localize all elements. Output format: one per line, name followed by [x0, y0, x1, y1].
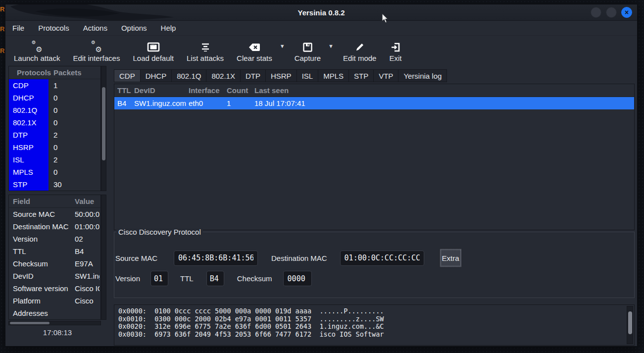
- tab-8021q[interactable]: 802.1Q: [172, 69, 206, 82]
- load-default-button[interactable]: Load default: [126, 42, 180, 62]
- clear-stats-dropdown-arrow-icon[interactable]: ▼: [280, 43, 285, 49]
- fields-table-header: Field Value: [9, 195, 100, 208]
- fields-vertical-scrollbar[interactable]: [101, 195, 106, 320]
- protocols-table-header: Protocols Packets: [9, 66, 100, 79]
- protocol-row-8021x[interactable]: 802.1X0: [9, 116, 100, 129]
- protocols-column-header[interactable]: Protocols: [9, 68, 49, 77]
- destination-mac-input[interactable]: [340, 251, 424, 266]
- menu-protocols[interactable]: Protocols: [38, 24, 69, 32]
- tab-stp[interactable]: STP: [349, 69, 374, 82]
- protocol-row-isl[interactable]: ISL2: [9, 153, 100, 166]
- field-row[interactable]: Destination MAC01:00:0: [9, 220, 100, 233]
- fields-horizontal-scrollbar[interactable]: [8, 321, 101, 325]
- launch-attack-label: Launch attack: [14, 54, 60, 62]
- capture-button[interactable]: Capture: [288, 42, 327, 62]
- tab-vtp[interactable]: VTP: [374, 69, 398, 82]
- edit-interfaces-label: Edit interfaces: [73, 54, 120, 62]
- hex-scrollbar-thumb[interactable]: [628, 311, 632, 334]
- capture-dropdown-arrow-icon[interactable]: ▼: [328, 43, 334, 49]
- status-time: 17:08:13: [8, 328, 106, 337]
- menu-file[interactable]: File: [12, 24, 24, 32]
- protocol-row-8021q[interactable]: 802.1Q0: [9, 104, 100, 116]
- tab-yersinia-log[interactable]: Yersinia log: [398, 69, 447, 82]
- checksum-input[interactable]: [283, 271, 312, 286]
- tab-8021x[interactable]: 802.1X: [206, 69, 241, 82]
- version-input[interactable]: [150, 271, 168, 286]
- menu-actions[interactable]: Actions: [83, 24, 107, 32]
- menubar: File Protocols Actions Options Help: [5, 21, 637, 36]
- field-row[interactable]: Version02: [9, 233, 100, 245]
- edit-mode-button[interactable]: Edit mode: [337, 42, 383, 62]
- field-row[interactable]: Source MAC50:00:0: [9, 208, 100, 220]
- minimize-button[interactable]: [591, 7, 601, 18]
- cdp-groupbox-legend: Cisco Discovery Protocol: [116, 228, 203, 236]
- titlebar[interactable]: Yersinia 0.8.2 ×: [5, 4, 637, 21]
- field-row[interactable]: TTLB4: [9, 245, 100, 257]
- field-row[interactable]: ChecksumE97A: [9, 257, 100, 270]
- protocol-row-hsrp[interactable]: HSRP0: [9, 141, 100, 153]
- protocol-row-dhcp[interactable]: DHCP0: [9, 92, 100, 104]
- last-seen-column-header[interactable]: Last seen: [254, 86, 634, 95]
- tab-hsrp[interactable]: HSRP: [266, 69, 297, 82]
- ttl-input[interactable]: [206, 271, 224, 286]
- tab-dtp[interactable]: DTP: [241, 69, 266, 82]
- close-icon: ×: [625, 8, 629, 16]
- packet-table: TTL DevID Interface Count Last seen B4 S…: [114, 84, 635, 230]
- ethernet-icon: [147, 42, 160, 52]
- close-button[interactable]: ×: [621, 7, 632, 18]
- tab-mpls[interactable]: MPLS: [318, 69, 349, 82]
- packet-row-selected[interactable]: B4 SW1.inguz.com eth0 1 18 Jul 17:07:41: [114, 97, 634, 109]
- clear-stats-label: Clear stats: [237, 54, 272, 62]
- protocols-scrollbar[interactable]: [101, 66, 106, 191]
- ttl-column-header[interactable]: TTL: [114, 86, 134, 95]
- gears-icon: ⚙⚙: [91, 42, 102, 52]
- source-mac-label: Source MAC: [115, 254, 157, 262]
- edit-mode-label: Edit mode: [343, 54, 377, 62]
- protocols-table: Protocols Packets CDP1 DHCP0 802.1Q0 802…: [8, 66, 101, 191]
- tab-isl[interactable]: ISL: [297, 69, 319, 82]
- field-row[interactable]: Addresses: [9, 307, 100, 319]
- fields-horizontal-scrollbar-thumb[interactable]: [10, 322, 50, 324]
- field-row[interactable]: Software versionCisco IO: [9, 282, 100, 295]
- hex-line: 0x0020: 312e 696e 6775 7a2e 636f 6d00 05…: [118, 323, 634, 331]
- tab-cdp[interactable]: CDP: [114, 69, 141, 82]
- interface-column-header[interactable]: Interface: [189, 86, 227, 95]
- window-title: Yersinia 0.8.2: [5, 4, 637, 21]
- hex-dump-view[interactable]: 0x0000: 0100 0ccc cccc 5000 000a 0000 01…: [114, 304, 635, 346]
- menu-help[interactable]: Help: [161, 24, 176, 32]
- tab-dhcp[interactable]: DHCP: [141, 69, 172, 82]
- exit-button[interactable]: Exit: [383, 42, 408, 62]
- field-row[interactable]: DevIDSW1.ing: [9, 270, 100, 282]
- clear-stats-button[interactable]: Clear stats: [230, 42, 279, 62]
- list-icon: [200, 42, 210, 52]
- devid-column-header[interactable]: DevID: [134, 86, 189, 95]
- packet-table-header: TTL DevID Interface Count Last seen: [114, 84, 634, 97]
- protocol-row-cdp[interactable]: CDP1: [9, 79, 100, 92]
- protocol-row-dtp[interactable]: DTP2: [9, 129, 100, 141]
- load-default-label: Load default: [133, 54, 174, 62]
- toolbar: ⚙⚙ Launch attack ⚙⚙ Edit interfaces Load…: [5, 36, 637, 65]
- list-attacks-button[interactable]: List attacks: [180, 42, 230, 62]
- count-column-header[interactable]: Count: [227, 86, 254, 95]
- hex-line: 0x0000: 0100 0ccc cccc 5000 000a 0000 01…: [118, 307, 634, 315]
- fields-table: Field Value Source MAC50:00:0 Destinatio…: [8, 195, 101, 320]
- hex-scrollbar[interactable]: [627, 306, 633, 344]
- protocol-row-mpls[interactable]: MPLS0: [9, 166, 100, 178]
- mouse-cursor: [381, 13, 389, 24]
- menu-options[interactable]: Options: [121, 24, 147, 32]
- field-column-header[interactable]: Field: [9, 197, 75, 205]
- exit-icon: [391, 42, 400, 52]
- launch-attack-button[interactable]: ⚙⚙ Launch attack: [7, 42, 66, 62]
- value-column-header[interactable]: Value: [75, 197, 94, 205]
- protocol-row-stp[interactable]: STP30: [9, 178, 100, 191]
- version-label: Version: [115, 274, 140, 283]
- exit-label: Exit: [389, 54, 401, 62]
- field-row[interactable]: PlatformCisco: [9, 295, 100, 307]
- protocols-scrollbar-thumb[interactable]: [102, 87, 105, 160]
- edit-interfaces-button[interactable]: ⚙⚙ Edit interfaces: [66, 42, 126, 62]
- gears-icon: ⚙⚙: [32, 42, 43, 52]
- packets-column-header[interactable]: Packets: [49, 68, 82, 77]
- source-mac-input[interactable]: [174, 251, 258, 266]
- extra-button[interactable]: Extra: [439, 248, 462, 268]
- maximize-button[interactable]: [606, 7, 617, 18]
